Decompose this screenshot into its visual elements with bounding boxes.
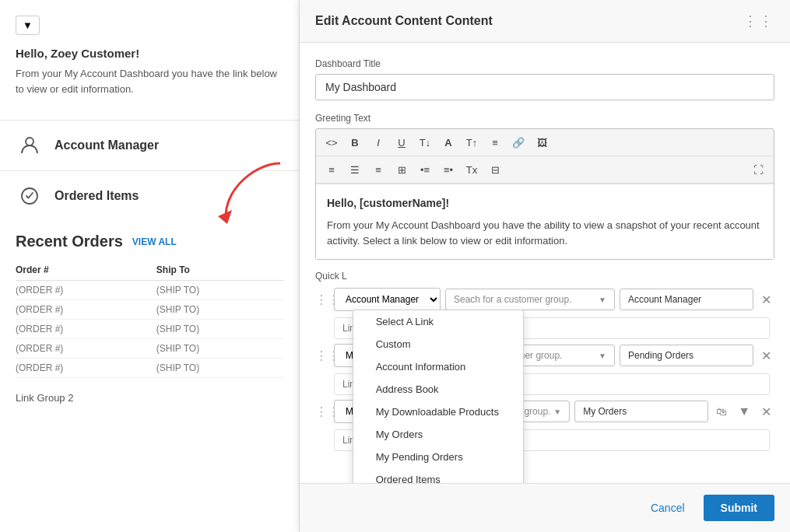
customer-group-caret-1: ▼: [599, 296, 606, 304]
ordered-items-label: Ordered Items: [54, 189, 139, 203]
customer-group-placeholder-1: Seach for a customer group.: [454, 294, 571, 305]
dropdown-menu-item[interactable]: Account Information: [353, 355, 523, 378]
greeting-subtext: From your My Account Dashboard you have …: [16, 66, 283, 96]
order-num-header: Order #: [16, 260, 156, 281]
editor-greeting-text: Hello, [customerName]!: [327, 195, 763, 212]
toolbar-row-1: <> B I U T↓ A T↑ ≡ 🔗 🖼: [316, 129, 774, 156]
table-cell: (ORDER #): [16, 339, 156, 359]
quick-links-label: Quick L: [315, 271, 774, 282]
table-cell: (SHIP TO): [156, 300, 283, 320]
checkmark-icon: [364, 452, 370, 463]
cancel-button[interactable]: Cancel: [640, 495, 696, 521]
table-cell: (SHIP TO): [156, 281, 283, 300]
tb-subscript-btn[interactable]: T↓: [414, 132, 436, 152]
tb-link-btn[interactable]: 🔗: [507, 132, 529, 152]
table-row: (ORDER #)(SHIP TO): [16, 300, 283, 320]
drag-handle-2[interactable]: ⋮⋮: [315, 348, 329, 363]
orders-table: Order # Ship To (ORDER #)(SHIP TO)(ORDER…: [16, 260, 283, 378]
tb-image-btn[interactable]: 🖼: [531, 132, 553, 152]
checkmark-icon: [364, 429, 370, 440]
tb-fullscreen-btn[interactable]: ⛶: [747, 159, 769, 180]
tb-font-color-btn[interactable]: A: [437, 132, 459, 152]
left-panel-top: ▼ Hello, Zoey Customer! From your My Acc…: [0, 0, 299, 120]
link-label-input-3[interactable]: [574, 401, 708, 422]
table-row: (ORDER #)(SHIP TO): [16, 359, 283, 378]
dashboard-title-label: Dashboard Title: [315, 58, 774, 69]
toolbar-row-2: ≡ ☰ ≡ ⊞ •≡ ≡• Tx ⊟ ⛶: [316, 156, 774, 184]
dropdown-arrow-icon: ▼: [23, 19, 33, 31]
dropdown-menu-item[interactable]: My Downloadable Products: [353, 401, 523, 423]
remove-link-btn-1[interactable]: ✕: [758, 291, 774, 309]
customer-group-select-1[interactable]: Seach for a customer group. ▼: [445, 289, 615, 310]
dropdown-toggle[interactable]: ▼: [16, 16, 40, 35]
ordered-items-icon: [16, 182, 44, 210]
tb-code-btn[interactable]: <>: [321, 132, 342, 152]
account-manager-item[interactable]: Account Manager: [0, 120, 299, 170]
tb-ul-btn[interactable]: •≡: [414, 159, 436, 180]
account-manager-icon: [16, 131, 44, 159]
tb-italic-btn[interactable]: I: [367, 132, 389, 152]
modal-header: Edit Account Content Content ⋮⋮: [300, 0, 790, 43]
svg-point-0: [26, 138, 33, 145]
link-label-input-2[interactable]: [620, 345, 753, 366]
editor-toolbar: <> B I U T↓ A T↑ ≡ 🔗 🖼 ≡ ☰ ≡ ⊞ •≡ ≡• Tx …: [315, 128, 774, 260]
checkmark-icon: [364, 384, 370, 395]
checkmark-icon: [364, 407, 370, 418]
customer-group-caret-2: ▼: [599, 352, 606, 360]
table-cell: (ORDER #): [16, 300, 156, 320]
dropdown-menu-item[interactable]: Ordered Items: [353, 468, 523, 483]
tb-underline-btn[interactable]: U: [391, 132, 413, 152]
left-panel: ▼ Hello, Zoey Customer! From your My Acc…: [0, 0, 300, 532]
greeting-text-label: Greeting Text: [315, 113, 774, 124]
checkmark-icon: [364, 317, 370, 327]
editor-body-text: From your My Account Dashboard you have …: [327, 218, 763, 248]
dashboard-title-input[interactable]: [315, 74, 774, 100]
link-icon-btn-3[interactable]: 🛍: [713, 404, 730, 419]
tb-align-right-btn[interactable]: ≡: [367, 159, 389, 180]
tb-superscript-btn[interactable]: T↑: [461, 132, 483, 152]
submit-button[interactable]: Submit: [704, 495, 774, 521]
table-row: (ORDER #)(SHIP TO): [16, 320, 283, 339]
editor-area[interactable]: Hello, [customerName]! From your My Acco…: [316, 184, 774, 259]
dropdown-menu-item[interactable]: My Pending Orders: [353, 446, 523, 468]
quick-link-row-1: ⋮⋮ Account Manager Select A Link Custom …: [315, 288, 774, 311]
link-dropdown-menu[interactable]: Select A Link Custom Account Information…: [353, 310, 524, 483]
table-row: (ORDER #)(SHIP TO): [16, 339, 283, 359]
tb-clear-format-btn[interactable]: Tx: [461, 159, 483, 180]
checkmark-icon: [364, 339, 370, 350]
link-type-select-1[interactable]: Account Manager: [334, 288, 441, 311]
tb-hr-btn[interactable]: ⊟: [484, 159, 506, 180]
table-cell: (SHIP TO): [156, 320, 283, 339]
drag-handle-1[interactable]: ⋮⋮: [315, 292, 329, 307]
tb-bold-btn[interactable]: B: [344, 132, 366, 152]
link-icon-caret-3[interactable]: ▼: [735, 403, 753, 420]
recent-orders-section: Recent Orders VIEW ALL Order # Ship To (…: [0, 221, 299, 384]
ordered-items-item[interactable]: Ordered Items: [0, 170, 299, 221]
view-all-link[interactable]: VIEW ALL: [132, 236, 177, 247]
table-cell: (SHIP TO): [156, 359, 283, 378]
link-label-input-1[interactable]: [620, 289, 753, 310]
modal: Edit Account Content Content ⋮⋮ Dashboar…: [300, 0, 790, 532]
recent-orders-title: Recent Orders: [16, 233, 123, 250]
dropdown-menu-item[interactable]: Address Book: [353, 378, 523, 401]
dropdown-menu-item[interactable]: Custom: [353, 333, 523, 355]
tb-format-btn[interactable]: ≡: [484, 132, 506, 152]
tb-align-center-btn[interactable]: ☰: [344, 159, 366, 180]
tb-align-left-btn[interactable]: ≡: [321, 159, 342, 180]
greeting-heading: Hello, Zoey Customer!: [16, 47, 283, 60]
dropdown-menu-item[interactable]: Select A Link: [353, 310, 523, 333]
customer-group-caret-3: ▼: [553, 408, 561, 416]
tb-table-btn[interactable]: ⊞: [391, 159, 413, 180]
modal-dots-icon: ⋮⋮: [743, 12, 774, 30]
dropdown-menu-item[interactable]: My Orders: [353, 423, 523, 446]
table-cell: (ORDER #): [16, 281, 156, 300]
remove-link-btn-2[interactable]: ✕: [758, 347, 774, 365]
checkmark-icon: [364, 362, 370, 373]
drag-handle-3[interactable]: ⋮⋮: [315, 404, 329, 419]
ship-to-header: Ship To: [156, 260, 283, 281]
tb-ol-btn[interactable]: ≡•: [437, 159, 459, 180]
modal-title: Edit Account Content Content: [315, 14, 493, 28]
table-cell: (SHIP TO): [156, 339, 283, 359]
remove-link-btn-3[interactable]: ✕: [758, 403, 774, 421]
link-group-label: Link Group 2: [0, 384, 299, 411]
